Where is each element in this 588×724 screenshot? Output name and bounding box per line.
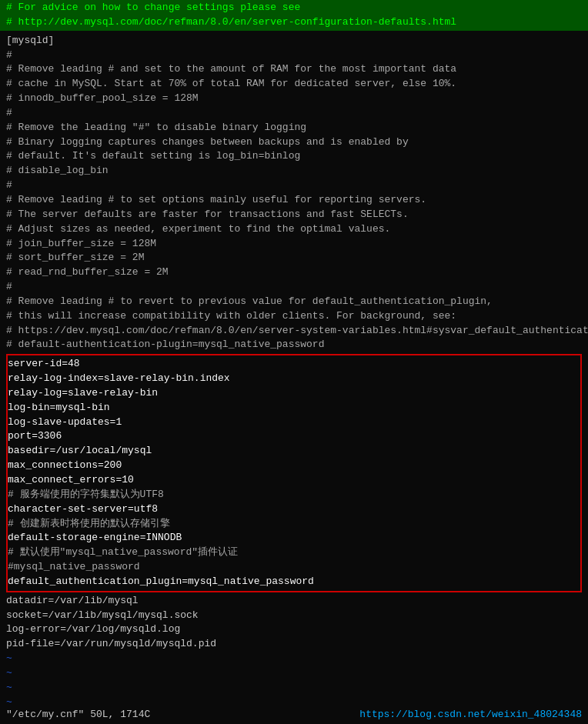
editor-line: # sort_buffer_size = 2M: [6, 251, 582, 265]
highlighted-config-block: server-id=48relay-log-index=slave-relay-…: [6, 354, 582, 592]
editor-line: # Remove leading # to set options mainly…: [6, 193, 582, 208]
editor-line: max_connections=200: [8, 459, 580, 473]
editor-line: pid-file=/var/run/mysqld/mysqld.pid: [6, 637, 582, 652]
editor-line: # Remove the leading "#" to disable bina…: [6, 121, 582, 135]
editor-line: # this will increase compatibility with …: [6, 309, 582, 324]
editor-line: # Remove leading # to revert to previous…: [6, 295, 582, 309]
editor-line: # Adjust sizes as needed, experiment to …: [6, 222, 582, 237]
editor-line: basedir=/usr/local/mysql: [8, 444, 580, 459]
editor-line: #: [6, 48, 582, 63]
status-bar: "/etc/my.cnf" 50L, 1714C https://blog.cs…: [0, 706, 588, 724]
editor-line: datadir=/var/lib/mysql: [6, 594, 582, 609]
editor-line: # The server defaults are faster for tra…: [6, 208, 582, 222]
editor-line: # https://dev.mysql.com/doc/refman/8.0/e…: [6, 324, 582, 339]
status-left: "/etc/my.cnf" 50L, 1714C: [6, 708, 150, 722]
editor-line: server-id=48: [8, 357, 580, 372]
editor-line: # 创建新表时将使用的默认存储引擎: [8, 517, 580, 532]
editor-area: [mysqld]## Remove leading # and set to t…: [0, 31, 588, 724]
editor-line: # 默认使用"mysql_native_password"插件认证: [8, 546, 580, 560]
editor-line: socket=/var/lib/mysql/mysql.sock: [6, 609, 582, 623]
editor-line: # default-authentication-plugin=mysql_na…: [6, 338, 582, 352]
editor-line: relay-log-index=slave-relay-bin.index: [8, 372, 580, 386]
editor-line: # 服务端使用的字符集默认为UTF8: [8, 488, 580, 502]
editor-line: #: [6, 106, 582, 121]
editor-line: # cache in MySQL. Start at 70% of total …: [6, 77, 582, 92]
editor-line: #: [6, 280, 582, 295]
editor-line: #: [6, 178, 582, 193]
editor-line: # disable_log_bin: [6, 164, 582, 178]
editor-line: ~: [6, 666, 582, 681]
editor-line: max_connect_errors=10: [8, 473, 580, 488]
editor-line: character-set-server=utf8: [8, 502, 580, 517]
top-info-bar: # For advice on how to change settings p…: [0, 0, 588, 31]
editor-line: # Remove leading # and set to the amount…: [6, 62, 582, 77]
editor-line: default-storage-engine=INNODB: [8, 531, 580, 546]
editor-line: # default. It's default setting is log_b…: [6, 149, 582, 164]
editor-line: log-error=/var/log/mysqld.log: [6, 622, 582, 637]
editor-line: ~: [6, 681, 582, 696]
editor-line: port=3306: [8, 429, 580, 444]
editor-line: ~: [6, 652, 582, 666]
status-right: https://blog.csdn.net/weixin_48024348: [359, 708, 582, 722]
editor-line: # innodb_buffer_pool_size = 128M: [6, 92, 582, 106]
editor-line: #mysql_native_password: [8, 560, 580, 575]
editor-line: relay-log=slave-relay-bin: [8, 386, 580, 401]
editor-line: default_authentication_plugin=mysql_nati…: [8, 575, 580, 589]
editor-line: log-slave-updates=1: [8, 415, 580, 430]
editor-line: log-bin=mysql-bin: [8, 401, 580, 415]
editor-line: [mysqld]: [6, 34, 582, 48]
editor-line: # join_buffer_size = 128M: [6, 237, 582, 252]
editor-line: # Binary logging captures changes betwee…: [6, 135, 582, 150]
editor-line: # read_rnd_buffer_size = 2M: [6, 265, 582, 280]
